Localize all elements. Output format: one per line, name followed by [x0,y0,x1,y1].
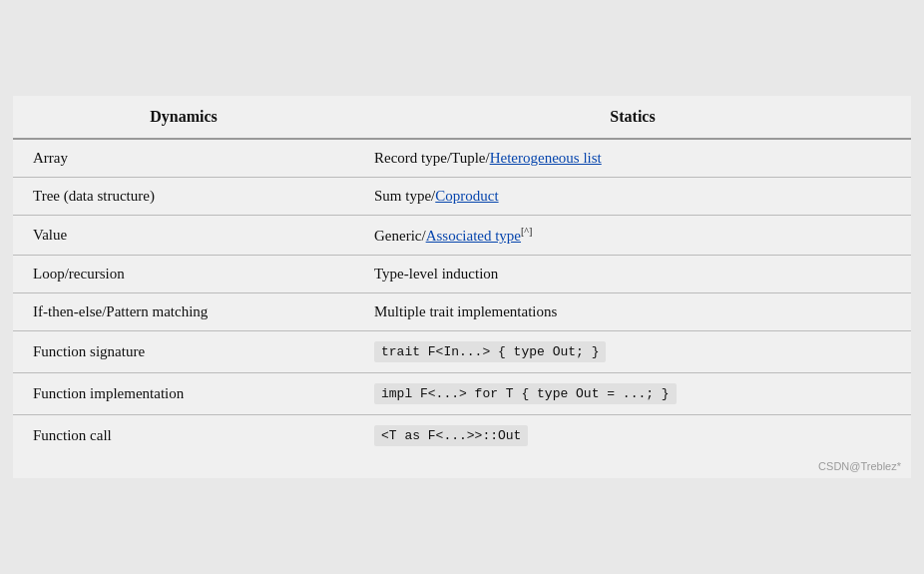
statics-cell: Type-level induction [354,256,911,293]
dynamics-cell: Value [13,216,354,256]
table-row: Function call<T as F<...>>::Out [13,415,911,457]
statics-cell: Multiple trait implementations [354,293,911,331]
statics-cell: impl F<...> for T { type Out = ...; } [354,373,911,415]
dynamics-cell: Loop/recursion [13,256,354,293]
table-row: ArrayRecord type/Tuple/Heterogeneous lis… [13,139,911,178]
statics-code: impl F<...> for T { type Out = ...; } [374,383,677,404]
dynamics-cell: Tree (data structure) [13,178,354,216]
header-statics: Statics [354,96,911,139]
table-wrapper: Dynamics Statics ArrayRecord type/Tuple/… [13,96,911,478]
table-row: ValueGeneric/Associated type[^] [13,216,911,256]
comparison-table: Dynamics Statics ArrayRecord type/Tuple/… [13,96,911,456]
dynamics-cell: Array [13,139,354,178]
statics-cell: Generic/Associated type[^] [354,216,911,256]
statics-cell: trait F<In...> { type Out; } [354,331,911,373]
dynamics-cell: Function implementation [13,373,354,415]
statics-link[interactable]: Heterogeneous list [490,150,602,166]
statics-code: <T as F<...>>::Out [374,425,528,446]
header-dynamics: Dynamics [13,96,354,139]
dynamics-cell: If-then-else/Pattern matching [13,293,354,331]
table-row: If-then-else/Pattern matchingMultiple tr… [13,293,911,331]
statics-code: trait F<In...> { type Out; } [374,341,606,362]
statics-cell: Sum type/Coproduct [354,178,911,216]
table-row: Tree (data structure)Sum type/Coproduct [13,178,911,216]
dynamics-cell: Function call [13,415,354,457]
table-row: Loop/recursionType-level induction [13,256,911,293]
statics-cell: Record type/Tuple/Heterogeneous list [354,139,911,178]
table-row: Function signaturetrait F<In...> { type … [13,331,911,373]
statics-link[interactable]: Associated type [426,228,521,244]
table-row: Function implementationimpl F<...> for T… [13,373,911,415]
dynamics-cell: Function signature [13,331,354,373]
statics-link[interactable]: Coproduct [435,188,498,204]
statics-cell: <T as F<...>>::Out [354,415,911,457]
watermark: CSDN@Treblez* [13,456,911,478]
